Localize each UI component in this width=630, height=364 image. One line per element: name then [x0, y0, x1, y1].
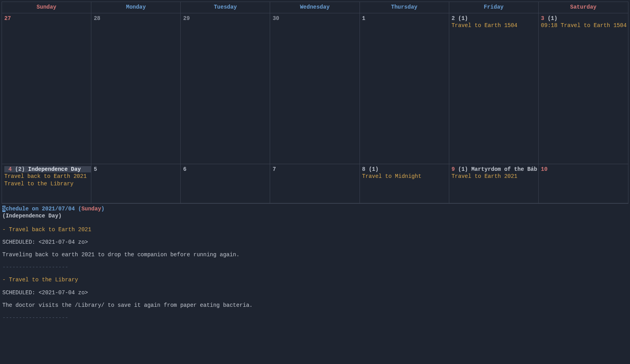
schedule-item-body: The doctor visits the /Library/ to save … — [2, 302, 628, 309]
week-row-2: 4 (2) Independence Day Travel back to Ea… — [2, 164, 628, 203]
day-number: 2 — [452, 15, 455, 22]
day-header: 2 (1) — [452, 15, 536, 22]
day-header: 4 (2) Independence Day — [4, 166, 89, 173]
calendar-header-row: Sunday Monday Tuesday Wednesday Thursday… — [2, 2, 628, 13]
day-header: 8 (1) — [362, 166, 447, 173]
header-tuesday: Tuesday — [181, 2, 270, 13]
day-cell-thu-1[interactable]: 1 — [360, 13, 449, 164]
schedule-holiday: (Independence Day) — [2, 212, 628, 219]
day-header: 9 (1) Martyrdom of the Báb — [452, 166, 536, 173]
schedule-title: Schedule on 2021/07/04 (Sunday) — [2, 205, 628, 212]
event-item[interactable]: Travel to Midnight — [362, 173, 447, 180]
event-count: (1) — [369, 166, 378, 172]
event-item[interactable]: Travel to the Library — [4, 180, 89, 187]
schedule-item-title[interactable]: - Travel to the Library — [2, 276, 628, 283]
day-cell-mon-5[interactable]: 5 — [91, 164, 181, 203]
day-number: 10 — [541, 166, 548, 172]
schedule-dayname: Sunday — [82, 206, 101, 212]
event-item[interactable]: 09:18 Travel to Earth 1504 — [541, 22, 626, 29]
event-count: (1) — [458, 15, 468, 22]
day-cell-sun-4[interactable]: 4 (2) Independence Day Travel back to Ea… — [2, 164, 91, 203]
header-monday: Monday — [91, 2, 181, 13]
day-cell-tue-6[interactable]: 6 — [181, 164, 270, 203]
day-header: 3 (1) — [541, 15, 626, 22]
schedule-item-scheduled: SCHEDULED: <2021-07-04 zo> — [2, 239, 628, 246]
event-count: (1) — [548, 15, 557, 22]
day-number: 7 — [272, 166, 276, 172]
day-number: 5 — [94, 166, 97, 172]
day-number: 9 — [452, 166, 455, 172]
schedule-divider: -------------------- — [2, 264, 628, 271]
schedule-body: - Travel back to Earth 2021 SCHEDULED: <… — [2, 221, 628, 322]
day-cell-wed-7[interactable]: 7 — [270, 164, 359, 203]
event-item[interactable]: Travel back to Earth 2021 — [4, 173, 89, 180]
day-number: 4 — [8, 166, 11, 172]
day-cell-sat-3[interactable]: 3 (1) 09:18 Travel to Earth 1504 — [539, 13, 628, 164]
header-thursday: Thursday — [360, 2, 449, 13]
holiday-name: Martyrdom of the Báb — [471, 166, 537, 172]
schedule-item-title[interactable]: - Travel back to Earth 2021 — [2, 226, 628, 233]
event-count: (1) — [458, 166, 468, 172]
event-item[interactable]: Travel to Earth 2021 — [452, 173, 536, 180]
day-number: 27 — [4, 15, 11, 22]
day-cell-fri-2[interactable]: 2 (1) Travel to Earth 1504 — [449, 13, 539, 164]
schedule-divider: -------------------- — [2, 314, 628, 321]
day-number: 28 — [94, 15, 100, 22]
schedule-item-scheduled: SCHEDULED: <2021-07-04 zo> — [2, 289, 628, 296]
event-item[interactable]: Travel to Earth 1504 — [452, 22, 536, 29]
event-count: (2) — [15, 166, 25, 172]
day-cell-sun-27[interactable]: 27 — [2, 13, 91, 164]
day-number: 6 — [183, 166, 186, 172]
schedule-item-body: Traveling back to earth 2021 to drop the… — [2, 251, 628, 258]
header-saturday: Saturday — [539, 2, 628, 13]
day-cell-sat-10[interactable]: 10 — [539, 164, 628, 203]
day-cell-fri-9[interactable]: 9 (1) Martyrdom of the Báb Travel to Ear… — [449, 164, 539, 203]
day-cell-tue-29[interactable]: 29 — [181, 13, 270, 164]
day-number: 3 — [541, 15, 544, 22]
header-friday: Friday — [449, 2, 539, 13]
day-number: 29 — [183, 15, 190, 22]
header-wednesday: Wednesday — [270, 2, 359, 13]
day-number: 8 — [362, 166, 365, 172]
schedule-panel: Schedule on 2021/07/04 (Sunday) (Indepen… — [2, 205, 628, 321]
day-number: 1 — [362, 15, 365, 22]
day-cell-wed-30[interactable]: 30 — [270, 13, 359, 164]
header-sunday: Sunday — [2, 2, 91, 13]
week-row-1: 27 28 29 30 1 2 (1) Travel to Earth 1504… — [2, 13, 628, 164]
day-cell-mon-28[interactable]: 28 — [91, 13, 181, 164]
day-cell-thu-8[interactable]: 8 (1) Travel to Midnight — [360, 164, 449, 203]
day-number: 30 — [272, 15, 279, 22]
calendar-grid: Sunday Monday Tuesday Wednesday Thursday… — [2, 2, 628, 204]
holiday-name: Independence Day — [28, 166, 81, 172]
